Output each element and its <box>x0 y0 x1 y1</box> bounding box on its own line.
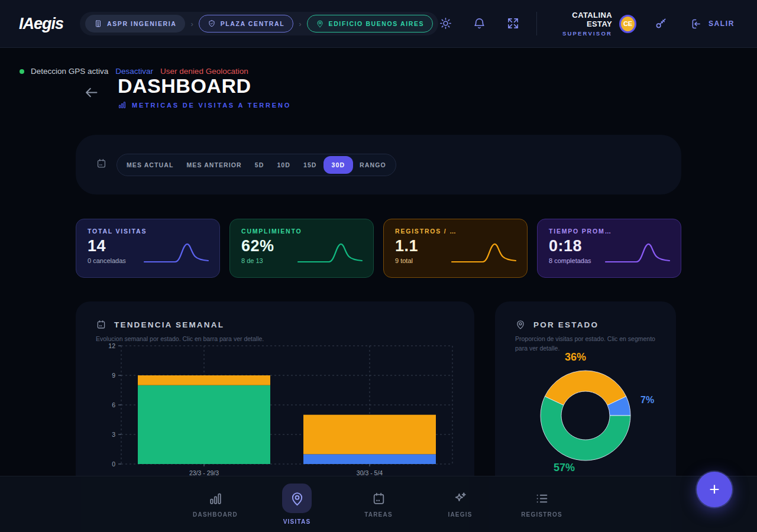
password-button[interactable] <box>654 17 668 31</box>
nav-icon-box <box>452 491 468 506</box>
date-filter-card: MES ACTUALMES ANTERIOR5D10D15D30DRANGO <box>76 135 681 194</box>
list-icon <box>535 491 549 506</box>
date-range-segmented-control: MES ACTUALMES ANTERIOR5D10D15D30DRANGO <box>117 154 396 176</box>
donut-label-0: 36% <box>565 351 586 364</box>
back-button[interactable] <box>83 85 99 102</box>
kpi-label: TOTAL VISITAS <box>88 228 208 235</box>
kpi-label: TIEMPO PROM… <box>549 228 669 235</box>
notifications-button[interactable] <box>472 17 486 31</box>
bottom-nav-items: DASHBOARDVISITASTAREASIAEGISREGISTROS <box>174 476 583 532</box>
nav-item-label: TAREAS <box>364 511 393 518</box>
theme-toggle-button[interactable] <box>438 17 452 31</box>
add-button[interactable]: + <box>697 472 732 507</box>
kpi-cards-row: TOTAL VISITAS140 canceladasCUMPLIMIENTO6… <box>76 219 681 278</box>
breadcrumb-chip-plaza-central[interactable]: PLAZA CENTRAL <box>199 15 294 33</box>
kpi-card-tiempo-prom[interactable]: TIEMPO PROM…0:188 completadas <box>537 219 681 278</box>
breadcrumb-label: ASPR INGENIERIA <box>107 20 176 27</box>
nav-item-registros[interactable]: REGISTROS <box>501 476 583 532</box>
bar-segment-serie-naranja[interactable] <box>303 415 436 455</box>
nav-item-iaegis[interactable]: IAEGIS <box>419 476 501 532</box>
shield-icon <box>208 20 216 28</box>
filter-option-10d[interactable]: 10D <box>270 156 297 174</box>
breadcrumb-label: EDIFICIO BUENOS AIRES <box>329 20 425 27</box>
nav-item-label: DASHBOARD <box>193 511 238 518</box>
donut-label-1: 7% <box>640 395 654 406</box>
kpi-label: CUMPLIMIENTO <box>241 228 362 235</box>
y-axis-tick-label: 6 <box>112 401 115 408</box>
nav-item-label: REGISTROS <box>521 511 562 518</box>
by-status-donut-chart <box>535 365 636 466</box>
nav-item-label: VISITAS <box>283 518 311 525</box>
key-icon <box>654 17 668 30</box>
weekly-trend-title: TENDENCIA SEMANAL <box>114 320 224 329</box>
chevron-right-icon: › <box>190 20 193 28</box>
kpi-sparkline <box>603 239 673 270</box>
bar-chart-icon <box>118 100 127 109</box>
nav-icon-box <box>208 491 223 506</box>
bell-icon <box>473 17 486 30</box>
breadcrumb: ASPR INGENIERIA›PLAZA CENTRAL›EDIFICIO B… <box>80 12 438 35</box>
bottom-nav: DASHBOARDVISITASTAREASIAEGISREGISTROS <box>0 476 757 532</box>
expand-icon <box>506 17 520 30</box>
building-icon <box>94 20 102 28</box>
donut-segment-0[interactable] <box>545 371 626 406</box>
y-axis-tick-label: 12 <box>108 342 115 349</box>
nav-icon-box <box>371 491 386 506</box>
user-block: CATALINA ESTAY SUPERVISOR <box>550 11 612 37</box>
app-root: IAegis ASPR INGENIERIA›PLAZA CENTRAL›EDI… <box>0 0 757 532</box>
filter-option-5d[interactable]: 5D <box>248 156 271 174</box>
nav-item-label: IAEGIS <box>448 511 472 518</box>
sparkles-icon <box>453 491 468 506</box>
bar-segment-serie-azul[interactable] <box>303 454 436 464</box>
kpi-sparkline <box>296 239 365 270</box>
breadcrumb-chip-aspr-ingenieria[interactable]: ASPR INGENIERIA <box>85 15 185 33</box>
header-divider <box>536 12 537 35</box>
fullscreen-button[interactable] <box>506 17 520 31</box>
filter-option-30d[interactable]: 30D <box>323 156 354 174</box>
back-arrow-icon <box>83 85 99 100</box>
pin-icon <box>289 491 305 507</box>
logout-label: SALIR <box>709 20 735 28</box>
main-content: Deteccion GPS activa Desactivar User den… <box>0 48 757 532</box>
page-title: DASHBOARD <box>118 74 251 98</box>
filter-option-mes-actual[interactable]: MES ACTUAL <box>120 156 180 174</box>
y-axis-tick-label: 3 <box>112 431 115 438</box>
filter-option-15d[interactable]: 15D <box>297 156 323 174</box>
bar-segment-serie-verde[interactable] <box>138 385 270 464</box>
chevron-right-icon: › <box>299 20 301 28</box>
kpi-card-registros[interactable]: REGISTROS / …1.19 total <box>383 219 528 278</box>
calendar-icon <box>96 158 107 169</box>
breadcrumb-label: PLAZA CENTRAL <box>221 20 285 27</box>
weekly-trend-chart: 03691223/3 - 29/330/3 - 5/4 <box>102 337 465 482</box>
nav-item-tareas[interactable]: TAREAS <box>338 476 419 532</box>
user-name: CATALINA ESTAY <box>550 11 612 28</box>
avatar[interactable]: CE <box>619 15 636 33</box>
logout-button[interactable]: SALIR <box>687 17 738 31</box>
pin-icon <box>515 319 526 330</box>
nav-item-visitas[interactable]: VISITAS <box>256 476 338 532</box>
top-bar: IAegis ASPR INGENIERIA›PLAZA CENTRAL›EDI… <box>0 0 757 48</box>
breadcrumb-chip-edificio-buenos-aires[interactable]: EDIFICIO BUENOS AIRES <box>307 15 434 33</box>
nav-icon-box <box>534 491 549 506</box>
kpi-sparkline <box>449 239 519 270</box>
calendar-icon <box>96 319 106 330</box>
filter-option-mes-anterior[interactable]: MES ANTERIOR <box>180 156 248 174</box>
kpi-card-cumplimiento[interactable]: CUMPLIMIENTO62%8 de 13 <box>229 219 374 278</box>
kpi-card-total-visitas[interactable]: TOTAL VISITAS140 canceladas <box>76 219 220 278</box>
calendar-icon <box>371 491 386 506</box>
brand-logo[interactable]: IAegis <box>19 15 63 33</box>
bar-segment-serie-naranja[interactable] <box>138 375 270 385</box>
user-role: SUPERVISOR <box>550 30 612 37</box>
page-subtitle: METRICAS DE VISITAS A TERRENO <box>118 100 291 109</box>
kpi-label: REGISTROS / … <box>395 228 516 235</box>
gps-active-dot <box>20 69 24 74</box>
filter-option-rango[interactable]: RANGO <box>353 156 393 174</box>
nav-item-dashboard[interactable]: DASHBOARD <box>174 476 256 532</box>
nav-icon-box <box>282 484 312 513</box>
pin-icon <box>316 20 324 28</box>
header-actions <box>438 17 520 31</box>
logout-icon <box>690 18 703 30</box>
by-status-title: POR ESTADO <box>533 320 599 329</box>
weekly-trend-header: TENDENCIA SEMANAL <box>96 319 454 330</box>
gps-status-text: Deteccion GPS activa <box>31 67 108 76</box>
